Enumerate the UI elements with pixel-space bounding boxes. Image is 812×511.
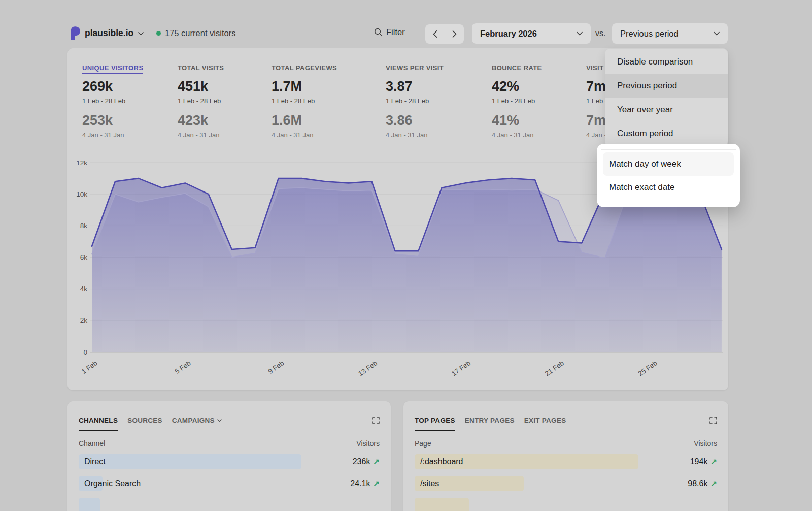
svg-text:21 Feb: 21 Feb	[544, 359, 565, 377]
expand-icon	[709, 417, 717, 424]
site-switcher[interactable]: plausible.io	[70, 26, 144, 40]
tab-channels[interactable]: CHANNELS	[79, 417, 118, 431]
metric-bounce-rate[interactable]: BOUNCE RATE 42% 1 Feb - 28 Feb 41% 4 Jan…	[480, 64, 570, 139]
expand-panel-button[interactable]	[708, 416, 718, 425]
svg-text:9 Feb: 9 Feb	[267, 359, 286, 375]
comparison-selector[interactable]: Previous period	[612, 23, 728, 44]
chevron-left-icon	[433, 30, 437, 38]
row-value: 194k	[690, 457, 708, 466]
menu-item-year-over-year[interactable]: Year over year	[605, 98, 728, 121]
next-period-arrow-button[interactable]	[445, 24, 464, 44]
row-value: 236k	[353, 457, 370, 466]
metric-period: 1 Feb - 28 Feb	[492, 97, 570, 105]
trend-up-icon: ↗	[710, 457, 717, 466]
expand-icon	[372, 417, 380, 424]
row-label: /sites	[415, 479, 439, 488]
menu-item-match-day-of-week[interactable]: Match day of week	[603, 152, 734, 176]
metric-label: UNIQUE VISITORS	[82, 64, 143, 74]
menu-item-disable-comparison[interactable]: Disable comparison	[605, 50, 728, 74]
metric-period: 1 Feb - 28 Feb	[178, 97, 256, 105]
chevron-down-icon	[138, 32, 144, 36]
metric-value: 269k	[82, 79, 162, 94]
metric-unique-visitors[interactable]: UNIQUE VISITORS 269k 1 Feb - 28 Feb 253k…	[82, 64, 162, 139]
site-name: plausible.io	[85, 28, 133, 39]
metric-value: 1.7M	[272, 79, 370, 94]
plausible-analytics-dashboard: { "header": { "site_name": "plausible.io…	[0, 0, 812, 511]
chevron-right-icon	[452, 30, 457, 38]
tab-top-pages[interactable]: TOP PAGES	[415, 417, 455, 431]
table-row-direct[interactable]: Direct 236k↗	[79, 454, 380, 469]
tab-entry-pages[interactable]: ENTRY PAGES	[465, 417, 515, 431]
metric-period: 1 Feb - 28 Feb	[272, 97, 370, 105]
row-bar	[79, 454, 301, 469]
current-visitors[interactable]: 175 current visitors	[156, 28, 235, 38]
metric-label: TOTAL VISITS	[178, 64, 224, 74]
svg-text:4k: 4k	[80, 285, 88, 293]
svg-text:0: 0	[83, 348, 87, 356]
vs-label: vs.	[595, 29, 605, 38]
svg-text:17 Feb: 17 Feb	[450, 359, 472, 377]
table-header: Channel Visitors	[79, 439, 380, 448]
column-visitors: Visitors	[694, 439, 717, 448]
svg-text:8k: 8k	[80, 222, 88, 230]
channels-panel: CHANNELS SOURCES CAMPAIGNS Channel Visit…	[67, 401, 391, 511]
table-row-organic-search[interactable]: Organic Search 24.1k↗	[79, 476, 380, 491]
metric-label: BOUNCE RATE	[492, 64, 542, 74]
metric-prev-value: 253k	[82, 113, 162, 129]
filter-label: Filter	[386, 27, 405, 37]
column-visitors: Visitors	[356, 439, 380, 448]
tab-sources[interactable]: SOURCES	[127, 417, 162, 431]
row-label: Direct	[79, 457, 106, 466]
panel-divider	[79, 431, 380, 431]
menu-item-match-exact-date[interactable]: Match exact date	[603, 176, 734, 199]
tab-campaigns-label: CAMPAIGNS	[172, 417, 215, 424]
metric-period: 1 Feb - 28 Feb	[82, 97, 162, 105]
metric-prev-period: 4 Jan - 31 Jan	[492, 131, 570, 139]
chevron-down-icon	[217, 419, 222, 422]
row-value: 24.1k	[350, 479, 370, 488]
table-row-dashboard[interactable]: /:dashboard 194k↗	[415, 454, 717, 469]
column-channel: Channel	[79, 439, 105, 448]
metric-value: 42%	[492, 79, 570, 94]
previous-period-arrow-button[interactable]	[425, 24, 445, 44]
metric-label: TOTAL PAGEVIEWS	[272, 64, 337, 74]
svg-text:2k: 2k	[80, 316, 88, 324]
table-row-partial[interactable]	[415, 498, 717, 511]
pages-tabs: TOP PAGES ENTRY PAGES EXIT PAGES	[403, 401, 728, 431]
trend-up-icon: ↗	[373, 479, 380, 488]
svg-text:13 Feb: 13 Feb	[357, 359, 379, 377]
date-range-label: February 2026	[480, 29, 537, 39]
channels-tabs: CHANNELS SOURCES CAMPAIGNS	[67, 401, 391, 431]
metric-prev-value: 41%	[492, 113, 570, 129]
match-options-panel: Match day of week Match exact date	[597, 144, 740, 207]
plausible-logo-icon	[70, 26, 80, 40]
metric-value: 451k	[178, 79, 256, 94]
menu-divider	[601, 149, 736, 150]
metric-views-per-visit[interactable]: VIEWS PER VISIT 3.87 1 Feb - 28 Feb 3.86…	[370, 64, 480, 139]
filter-button[interactable]: Filter	[374, 27, 405, 37]
svg-text:6k: 6k	[80, 253, 88, 261]
date-range-selector[interactable]: February 2026	[472, 23, 591, 44]
pages-panel: TOP PAGES ENTRY PAGES EXIT PAGES Page Vi…	[403, 401, 728, 511]
expand-panel-button[interactable]	[371, 416, 381, 425]
table-row-sites[interactable]: /sites 98.6k↗	[415, 476, 717, 491]
chevron-down-icon	[714, 31, 720, 36]
svg-text:1 Feb: 1 Feb	[80, 359, 99, 375]
metric-prev-value: 3.86	[386, 113, 480, 129]
metric-total-pageviews[interactable]: TOTAL PAGEVIEWS 1.7M 1 Feb - 28 Feb 1.6M…	[256, 64, 370, 139]
trend-up-icon: ↗	[710, 479, 717, 488]
table-row-partial[interactable]	[79, 498, 380, 511]
svg-text:10k: 10k	[76, 190, 87, 198]
current-visitors-label: 175 current visitors	[165, 28, 235, 38]
metric-prev-period: 4 Jan - 31 Jan	[386, 131, 480, 139]
menu-item-custom-period[interactable]: Custom period	[605, 121, 728, 145]
comparison-label: Previous period	[620, 29, 679, 39]
row-label: Organic Search	[79, 479, 141, 488]
row-bar	[415, 498, 469, 511]
tab-exit-pages[interactable]: EXIT PAGES	[524, 417, 566, 431]
metric-total-visits[interactable]: TOTAL VISITS 451k 1 Feb - 28 Feb 423k 4 …	[162, 64, 256, 139]
svg-text:12k: 12k	[76, 159, 87, 167]
tab-campaigns[interactable]: CAMPAIGNS	[172, 417, 222, 431]
metric-value: 3.87	[386, 79, 480, 94]
menu-item-previous-period[interactable]: Previous period	[605, 74, 728, 98]
